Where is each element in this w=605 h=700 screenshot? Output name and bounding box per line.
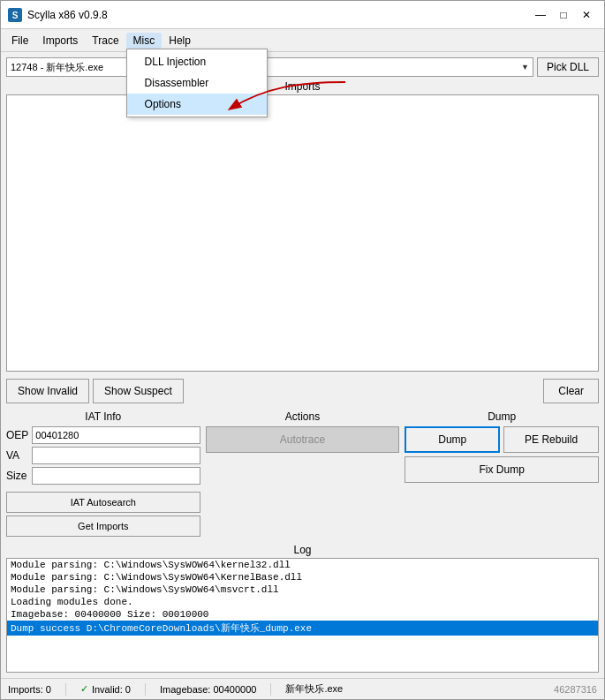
imports-list bbox=[6, 94, 599, 372]
window-title: Scylla x86 v0.9.8 bbox=[27, 9, 108, 21]
log-title: Log bbox=[6, 544, 599, 556]
menu-help[interactable]: Help bbox=[162, 33, 198, 49]
process-section: Active process 快乐.exe ▼ Pick DLL bbox=[6, 57, 599, 77]
misc-dropdown: DLL Injection Disassembler Options bbox=[126, 49, 268, 117]
size-input[interactable] bbox=[32, 467, 200, 485]
title-bar: S Scylla x86 v0.9.8 — □ ✕ bbox=[1, 1, 604, 29]
va-label: VA bbox=[6, 449, 28, 462]
actions-panel: Actions Autotrace bbox=[206, 410, 400, 537]
iat-autosearch-button[interactable]: IAT Autosearch bbox=[6, 492, 200, 513]
fix-dump-button[interactable]: Fix Dump bbox=[405, 456, 599, 483]
log-line: Imagebase: 00400000 Size: 00010000 bbox=[7, 608, 598, 621]
status-pid: 46287316 bbox=[554, 684, 597, 695]
pe-rebuild-button[interactable]: PE Rebuild bbox=[503, 426, 599, 453]
title-bar-left: S Scylla x86 v0.9.8 bbox=[8, 8, 108, 22]
dump-title: Dump bbox=[405, 410, 599, 423]
status-bar: Imports: 0 ✓ Invalid: 0 Imagebase: 00400… bbox=[1, 678, 604, 699]
status-imports: Imports: 0 bbox=[8, 684, 51, 695]
process-input[interactable] bbox=[6, 57, 130, 77]
status-sep3 bbox=[270, 683, 271, 696]
dump-button[interactable]: Dump bbox=[405, 426, 500, 453]
app-icon: S bbox=[8, 8, 22, 22]
imports-label: Imports bbox=[6, 80, 599, 93]
get-imports-button[interactable]: Get Imports bbox=[6, 516, 200, 537]
iat-info-title: IAT Info bbox=[6, 410, 200, 423]
oep-input[interactable] bbox=[32, 426, 200, 444]
log-section: Log Module parsing: C:\Windows\SysWOW64\… bbox=[6, 544, 599, 673]
menu-trace[interactable]: Trace bbox=[85, 33, 125, 49]
log-line: Module parsing: C:\Windows\SysWOW64\kern… bbox=[7, 559, 598, 571]
close-button[interactable]: ✕ bbox=[576, 6, 597, 24]
show-suspect-button[interactable]: Show Suspect bbox=[93, 379, 184, 403]
title-controls: — □ ✕ bbox=[530, 6, 597, 24]
combo-dropdown-arrow[interactable]: ▼ bbox=[521, 63, 529, 72]
buttons-row: Show Invalid Show Suspect Clear bbox=[6, 379, 599, 403]
log-line: Loading modules done. bbox=[7, 596, 598, 608]
main-content: Active process 快乐.exe ▼ Pick DLL Imports… bbox=[1, 52, 604, 678]
menu-misc[interactable]: Misc bbox=[126, 33, 163, 49]
status-sep1 bbox=[65, 683, 66, 696]
log-line-selected: Dump success D:\ChromeCoreDownloads\新年快乐… bbox=[7, 621, 598, 636]
size-label: Size bbox=[6, 470, 28, 482]
menu-disassembler[interactable]: Disassembler bbox=[127, 72, 267, 94]
pick-dll-button[interactable]: Pick DLL bbox=[537, 57, 599, 77]
minimize-button[interactable]: — bbox=[530, 6, 551, 24]
actions-title: Actions bbox=[206, 410, 400, 423]
log-line: Module parsing: C:\Windows\SysWOW64\Kern… bbox=[7, 571, 598, 583]
show-invalid-button[interactable]: Show Invalid bbox=[6, 379, 89, 403]
bottom-panels: IAT Info OEP VA Size IAT Autosearch Get … bbox=[6, 410, 599, 537]
iat-buttons: IAT Autosearch Get Imports bbox=[6, 492, 200, 537]
menu-options[interactable]: Options bbox=[127, 94, 267, 115]
main-window: S Scylla x86 v0.9.8 — □ ✕ File Imports T… bbox=[0, 0, 605, 700]
iat-info-panel: IAT Info OEP VA Size IAT Autosearch Get … bbox=[6, 410, 200, 537]
dump-panel: Dump Dump PE Rebuild Fix Dump bbox=[405, 410, 599, 537]
iat-grid: OEP VA Size bbox=[6, 426, 200, 485]
va-input[interactable] bbox=[32, 447, 200, 464]
clear-button[interactable]: Clear bbox=[543, 379, 599, 403]
autotrace-button: Autotrace bbox=[206, 426, 400, 453]
menu-file[interactable]: File bbox=[4, 33, 35, 49]
buttons-left: Show Invalid Show Suspect bbox=[6, 379, 184, 403]
log-box[interactable]: Module parsing: C:\Windows\SysWOW64\kern… bbox=[6, 558, 599, 673]
check-icon: ✓ bbox=[80, 683, 88, 695]
svg-text:S: S bbox=[12, 11, 19, 20]
menu-dll-injection[interactable]: DLL Injection bbox=[127, 51, 267, 72]
status-invalid-text: Invalid: 0 bbox=[92, 684, 131, 695]
menu-imports[interactable]: Imports bbox=[35, 33, 85, 49]
dump-grid: Dump PE Rebuild Fix Dump bbox=[405, 426, 599, 483]
menu-misc-container: Misc DLL Injection Disassembler Options bbox=[126, 33, 163, 49]
maximize-button[interactable]: □ bbox=[553, 6, 574, 24]
oep-label: OEP bbox=[6, 429, 28, 441]
status-process: 新年快乐.exe bbox=[285, 682, 343, 696]
log-line: Module parsing: C:\Windows\SysWOW64\msvc… bbox=[7, 583, 598, 596]
status-sep2 bbox=[145, 683, 146, 696]
status-imagebase: Imagebase: 00400000 bbox=[160, 684, 256, 695]
menu-bar: File Imports Trace Misc DLL Injection Di… bbox=[1, 29, 604, 52]
status-invalid: ✓ Invalid: 0 bbox=[80, 683, 131, 695]
imports-section: Imports bbox=[6, 80, 599, 372]
